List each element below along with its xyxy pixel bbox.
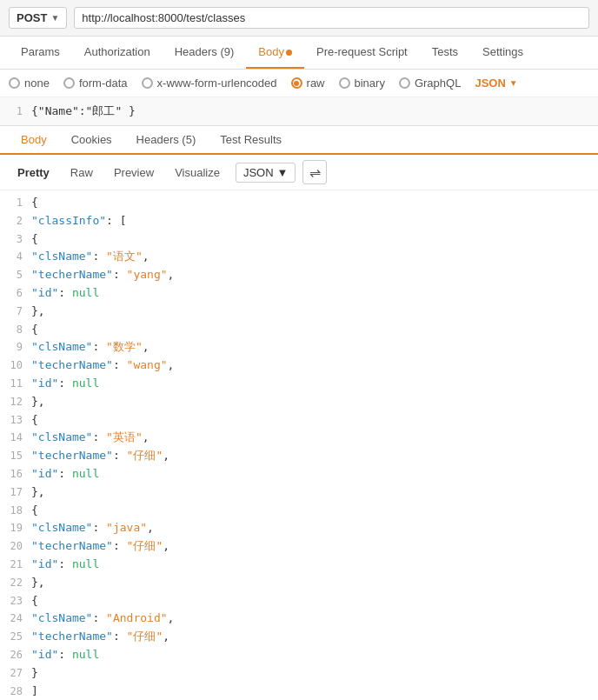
json-line: 6 "id": null [0,284,598,303]
json-line: 10 "techerName": "wang", [0,357,598,375]
json-line-content: "clsName": "Android", [31,610,598,628]
json-line-content: "id": null [31,646,598,664]
json-line-content: } [31,664,598,683]
json-line: 20 "techerName": "仔细", [0,537,598,556]
json-line: 16 "id": null [0,465,598,483]
json-line-content: "clsName": "英语", [31,429,598,447]
tab-settings[interactable]: Settings [470,37,535,69]
input-line-1: 1 {"Name":"郎工" } [0,103,598,120]
radio-none-circle [9,77,20,89]
radio-binary[interactable]: binary [339,77,385,90]
wrap-icon[interactable]: ⇌ [302,160,327,184]
json-line-content: ] [31,683,598,700]
json-line: 5 "techerName": "yang", [0,266,598,284]
json-line: 11 "id": null [0,375,598,393]
json-line-content: { [31,194,598,212]
json-line-content: "techerName": "wang", [31,357,598,375]
input-code-area: 1 {"Name":"郎工" } [0,97,598,126]
json-line: 4 "clsName": "语文", [0,248,598,266]
radio-none[interactable]: none [9,77,50,90]
radio-urlencoded[interactable]: x-www-form-urlencoded [142,77,277,90]
json-line-number: 14 [0,430,31,446]
response-tabs-bar: Body Cookies Headers (5) Test Results [0,126,598,155]
json-line: 21 "id": null [0,556,598,574]
json-line-content: "techerName": "仔细", [31,537,598,556]
json-dropdown-chevron: ▼ [509,78,518,88]
json-line-content: "clsName": "数学", [31,338,598,357]
method-label: POST [17,11,47,24]
json-line-content: { [31,230,598,249]
tab-params[interactable]: Params [9,37,72,69]
tab-headers[interactable]: Headers (9) [163,37,247,69]
json-line-number: 5 [0,267,31,283]
json-line: 18 { [0,502,598,520]
radio-urlencoded-circle [142,77,153,89]
vtab-raw[interactable]: Raw [62,163,102,183]
json-line-number: 8 [0,322,31,338]
json-line: 28 ] [0,683,598,700]
json-line-content: "clsName": "java", [31,519,598,537]
json-line-number: 3 [0,231,31,248]
vtab-preview[interactable]: Preview [105,163,163,183]
input-code-content[interactable]: {"Name":"郎工" } [31,103,598,119]
json-line-content: "id": null [31,284,598,303]
radio-formdata[interactable]: form-data [63,77,128,90]
radio-graphql-circle [399,77,410,89]
json-line: 23 { [0,592,598,610]
json-line-number: 12 [0,394,31,410]
json-line: 15 "techerName": "仔细", [0,447,598,465]
json-line-number: 20 [0,538,31,555]
radio-raw[interactable]: raw [291,77,325,90]
response-format-dropdown[interactable]: JSON ▼ [236,163,296,183]
json-line-content: }, [31,574,598,592]
rtab-body[interactable]: Body [9,126,59,155]
method-select[interactable]: POST ▼ [9,7,67,29]
json-line-number: 15 [0,448,31,464]
rtab-cookies[interactable]: Cookies [59,126,124,155]
json-line-number: 11 [0,376,31,392]
json-line-content: { [31,502,598,520]
json-line-number: 22 [0,575,31,591]
json-line-number: 27 [0,665,31,682]
tab-prerequest[interactable]: Pre-request Script [304,37,420,69]
json-line-content: "clsName": "语文", [31,248,598,266]
rtab-headers[interactable]: Headers (5) [124,126,209,155]
json-line-number: 2 [0,213,31,230]
radio-binary-circle [339,77,350,89]
json-line-content: { [31,411,598,430]
tab-tests[interactable]: Tests [420,37,470,69]
vtab-pretty[interactable]: Pretty [9,163,58,183]
json-line: 25 "techerName": "仔细", [0,628,598,646]
json-line-number: 6 [0,285,31,302]
body-active-dot [286,50,292,56]
json-line-content: }, [31,303,598,321]
tab-authorization[interactable]: Authorization [72,37,163,69]
json-line: 12 }, [0,393,598,411]
json-line: 14 "clsName": "英语", [0,429,598,447]
json-line-content: "techerName": "yang", [31,266,598,284]
json-line-content: { [31,592,598,610]
tab-body[interactable]: Body [246,37,304,69]
rtab-testresults[interactable]: Test Results [208,126,294,155]
json-line: 22 }, [0,574,598,592]
json-line-number: 24 [0,610,31,627]
json-line: 1{ [0,194,598,212]
json-line-number: 28 [0,683,31,700]
json-output: 1{2 "classInfo": [3 {4 "clsName": "语文",5… [0,190,598,700]
json-line-number: 4 [0,249,31,265]
vtab-visualize[interactable]: Visualize [166,163,229,183]
json-line: 13 { [0,411,598,430]
json-line: 7 }, [0,303,598,321]
json-line-number: 16 [0,466,31,483]
input-line-num-1: 1 [0,105,31,117]
json-line-content: "techerName": "仔细", [31,447,598,465]
json-line-number: 7 [0,303,31,320]
url-input[interactable] [74,7,589,29]
json-line-content: { [31,321,598,339]
json-line: 24 "clsName": "Android", [0,610,598,628]
radio-graphql[interactable]: GraphQL [399,77,461,90]
json-line-number: 19 [0,520,31,537]
json-line: 3 { [0,230,598,249]
json-format-dropdown[interactable]: JSON ▼ [475,77,517,90]
json-line-number: 18 [0,503,31,519]
